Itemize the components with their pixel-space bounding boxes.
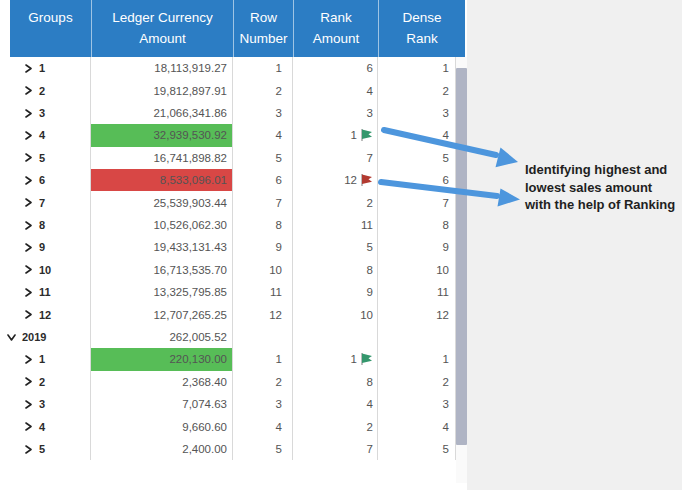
expand-chevron-icon[interactable]: [24, 310, 33, 319]
dense-rank-value: 3: [443, 107, 449, 119]
row-number-value: 9: [276, 241, 282, 253]
table-row[interactable]: 6 8,533,096.01 6 12 6: [0, 169, 456, 191]
ledger-amount-cell: 16,713,535.70: [91, 259, 233, 281]
table-row[interactable]: 4 9,660.60 4 2 4: [0, 416, 456, 438]
group-cell: 8: [0, 214, 91, 236]
ledger-amount-value: 2,368.40: [182, 376, 227, 388]
dense-rank-cell: 2: [378, 79, 456, 101]
expand-chevron-icon[interactable]: [7, 333, 16, 342]
column-header-rank_amount[interactable]: Rank Amount: [293, 0, 378, 57]
dense-rank-cell: 7: [378, 191, 456, 213]
column-header-line2: Rank: [379, 28, 465, 49]
rank-amount-cell: 8: [293, 371, 378, 393]
row-number-cell: 11: [233, 281, 293, 303]
dense-rank-cell: 1: [378, 57, 456, 79]
dense-rank-value: 1: [443, 353, 449, 365]
ledger-amount-cell: 7,074.63: [91, 393, 233, 415]
expand-chevron-icon[interactable]: [24, 176, 33, 185]
row-number-cell: 3: [233, 393, 293, 415]
rank-amount-value: 8: [367, 264, 373, 276]
table-row[interactable]: 2 19,812,897.91 2 4 2: [0, 79, 456, 101]
row-number-value: 3: [276, 398, 282, 410]
table-row[interactable]: 9 19,433,131.43 9 5 9: [0, 236, 456, 258]
ledger-amount-value: 7,074.63: [182, 398, 227, 410]
table-row[interactable]: 5 2,400.00 5 7 5: [0, 438, 456, 460]
expand-chevron-icon[interactable]: [24, 243, 33, 252]
expand-chevron-icon[interactable]: [24, 422, 33, 431]
table-row[interactable]: 8 10,526,062.30 8 11 8: [0, 214, 456, 236]
rank-amount-value: 2: [367, 197, 373, 209]
rank-amount-cell: 1: [293, 348, 378, 370]
dense-rank-cell: 5: [378, 147, 456, 169]
table-row[interactable]: 4 32,939,530.92 4 1 4: [0, 124, 456, 146]
table-header-row: Groups Ledger Currency Amount Row Number…: [0, 0, 465, 57]
scrollbar-thumb[interactable]: [456, 68, 467, 445]
ledger-amount-value: 25,539,903.44: [153, 197, 227, 209]
dense-rank-value: 8: [443, 219, 449, 231]
column-header-row_number[interactable]: Row Number: [233, 0, 293, 57]
table-row[interactable]: 5 16,741,898.82 5 7 5: [0, 147, 456, 169]
table-row[interactable]: 7 25,539,903.44 7 2 7: [0, 191, 456, 213]
expand-chevron-icon[interactable]: [24, 109, 33, 118]
table-row[interactable]: 1 18,113,919.27 1 6 1: [0, 57, 456, 79]
rank-amount-value: 4: [367, 85, 373, 97]
column-header-groups[interactable]: Groups: [10, 0, 91, 57]
ledger-amount-value: 18,113,919.27: [154, 62, 227, 74]
rank-amount-cell: 6: [293, 57, 378, 79]
rank-amount-value: 10: [360, 309, 373, 321]
ledger-amount-value: 16,741,898.82: [153, 152, 227, 164]
expand-chevron-icon[interactable]: [24, 221, 33, 230]
row-number-value: 6: [276, 174, 282, 186]
ledger-amount-value: 262,005.52: [169, 331, 227, 343]
column-header-amount[interactable]: Ledger Currency Amount: [91, 0, 233, 57]
table-row[interactable]: 2 2,368.40 2 8 2: [0, 371, 456, 393]
row-number-value: 5: [276, 443, 282, 455]
expand-chevron-icon[interactable]: [24, 355, 33, 364]
expand-chevron-icon[interactable]: [24, 153, 33, 162]
table-row[interactable]: 3 7,074.63 3 4 3: [0, 393, 456, 415]
rank-amount-value: 11: [361, 219, 373, 231]
table-row[interactable]: 10 16,713,535.70 10 8 10: [0, 259, 456, 281]
rank-amount-cell: 7: [293, 438, 378, 460]
dense-rank-cell: 8: [378, 214, 456, 236]
expand-chevron-icon[interactable]: [24, 86, 33, 95]
ledger-amount-cell: 2,400.00: [91, 438, 233, 460]
expand-chevron-icon[interactable]: [24, 131, 33, 140]
row-number-value: 3: [276, 107, 282, 119]
expand-chevron-icon[interactable]: [24, 198, 33, 207]
vertical-scrollbar[interactable]: [456, 57, 467, 483]
dense-rank-value: 10: [436, 264, 449, 276]
dense-rank-cell: 2: [378, 371, 456, 393]
expand-chevron-icon[interactable]: [24, 265, 33, 274]
dense-rank-value: 6: [443, 174, 449, 186]
ledger-amount-cell: 32,939,530.92: [91, 124, 233, 146]
table-body: 1 18,113,919.27 1 6 1 2 19,812,897.91: [0, 57, 456, 460]
group-label: 4: [39, 421, 45, 433]
group-cell: 10: [0, 259, 91, 281]
rank-amount-value: 1: [351, 353, 357, 365]
expand-chevron-icon[interactable]: [24, 400, 33, 409]
annotation-line-3: with the help of Ranking: [525, 196, 681, 214]
row-number-cell: 6: [233, 169, 293, 191]
row-number-cell: 5: [233, 438, 293, 460]
expand-chevron-icon[interactable]: [24, 377, 33, 386]
rank-amount-cell: 8: [293, 259, 378, 281]
annotation-line-2: lowest sales amount: [525, 179, 681, 197]
expand-chevron-icon[interactable]: [24, 445, 33, 454]
dense-rank-cell: 9: [378, 236, 456, 258]
column-header-line1: Dense: [379, 7, 465, 28]
table-row[interactable]: 2019 262,005.52: [0, 326, 456, 348]
expand-chevron-icon[interactable]: [24, 288, 33, 297]
column-header-dense_rank[interactable]: Dense Rank: [378, 0, 465, 57]
table-row[interactable]: 3 21,066,341.86 3 3 3: [0, 102, 456, 124]
group-label: 2019: [22, 331, 46, 343]
table-row[interactable]: 12 12,707,265.25 12 10 12: [0, 303, 456, 325]
group-cell: 2: [0, 371, 91, 393]
table-row[interactable]: 11 13,325,795.85 11 9 11: [0, 281, 456, 303]
rank-amount-cell: 4: [293, 79, 378, 101]
expand-chevron-icon[interactable]: [24, 64, 33, 73]
group-label: 2: [39, 85, 45, 97]
group-cell: 2019: [0, 326, 91, 348]
ledger-amount-value: 19,433,131.43: [153, 241, 227, 253]
table-row[interactable]: 1 220,130.00 1 1 1: [0, 348, 456, 370]
